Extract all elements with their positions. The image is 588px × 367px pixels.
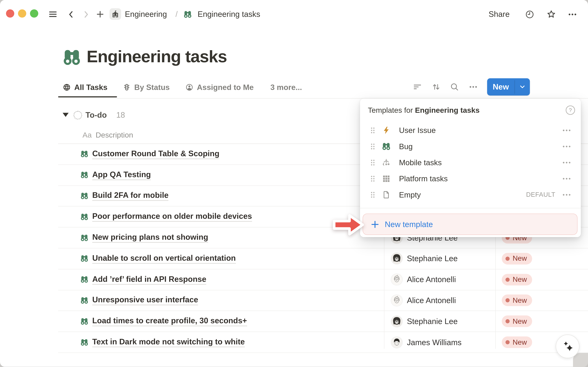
tab-by-status[interactable]: By Status <box>123 82 170 93</box>
task-title-link[interactable]: Text in Dark mode not switching to white <box>92 337 245 347</box>
column-header-description[interactable]: Description <box>95 131 133 139</box>
binoculars-icon <box>80 234 88 242</box>
column-type-icon: Aa <box>83 131 92 139</box>
status-badge[interactable]: New <box>502 274 532 285</box>
more-icon <box>469 83 478 92</box>
tab-assigned-to-me[interactable]: Assigned to Me <box>185 82 254 93</box>
table-row: Add ’ref’ field in API ResponseAlice Ant… <box>58 269 588 290</box>
search-button[interactable] <box>448 81 461 93</box>
task-title-cell[interactable]: Poor performance on older mobile devices <box>80 207 252 227</box>
new-template-button[interactable]: New template <box>363 214 577 235</box>
table-row: Text in Dark mode not switching to white… <box>58 332 588 353</box>
task-title-cell[interactable]: Unable to scroll on vertical orientation <box>80 249 236 269</box>
task-title-cell[interactable]: Build 2FA for mobile <box>80 186 169 206</box>
task-title-link[interactable]: Poor performance on older mobile devices <box>92 212 252 222</box>
page-title[interactable]: Engineering tasks <box>87 47 227 66</box>
avatar <box>391 274 402 285</box>
share-button[interactable]: Share <box>489 10 510 19</box>
view-options-button[interactable] <box>467 81 480 93</box>
topbar-more-button[interactable] <box>566 8 579 20</box>
avatar <box>391 337 402 348</box>
template-item-empty[interactable]: EmptyDEFAULT <box>360 187 581 203</box>
task-title-cell[interactable]: Add ’ref’ field in API Response <box>80 269 206 290</box>
tab-more-views[interactable]: 3 more... <box>270 82 302 93</box>
tab-all-tasks[interactable]: All Tasks <box>63 82 108 93</box>
updates-button[interactable] <box>523 8 536 20</box>
ai-assistant-button[interactable] <box>556 334 579 358</box>
assignee-cell[interactable]: Stephanie Lee <box>391 311 458 332</box>
filter-button[interactable] <box>411 81 424 93</box>
popup-title-bold: Engineering tasks <box>415 106 480 114</box>
popup-title-prefix: Templates for <box>368 106 415 114</box>
tab-label: All Tasks <box>74 83 108 92</box>
task-title-link[interactable]: Customer Round Table & Scoping <box>92 149 219 159</box>
task-title-link[interactable]: Add ’ref’ field in API Response <box>92 275 206 284</box>
status-badge[interactable]: New <box>502 316 532 327</box>
sidebar-menu-button[interactable] <box>47 8 59 20</box>
drag-handle-icon[interactable] <box>371 159 375 166</box>
template-item-mobile-tasks[interactable]: Mobile tasks <box>360 154 581 170</box>
assignee-cell[interactable]: Stephanie Lee <box>391 249 458 269</box>
traffic-light-minimize[interactable] <box>18 9 26 17</box>
drag-handle-icon[interactable] <box>371 143 375 150</box>
task-title-link[interactable]: App QA Testing <box>92 170 151 180</box>
task-title-cell[interactable]: New pricing plans not showing <box>80 227 208 248</box>
task-title-link[interactable]: Unresponsive user interface <box>92 295 198 306</box>
breadcrumb-page[interactable]: Engineering tasks <box>198 10 260 19</box>
task-title-cell[interactable]: Load times to create profile, 30 seconds… <box>80 311 247 332</box>
chevron-down-icon <box>519 83 526 90</box>
task-title-cell[interactable]: Unresponsive user interface <box>80 290 198 311</box>
item-more-icon[interactable] <box>562 129 571 132</box>
traffic-light-zoom[interactable] <box>30 9 38 17</box>
assignee-cell[interactable]: James Williams <box>391 332 461 352</box>
assignee-cell[interactable]: Alice Antonelli <box>391 290 456 311</box>
status-cell[interactable]: New <box>502 332 532 352</box>
favorite-button[interactable] <box>545 8 558 20</box>
page-icon-binoculars[interactable] <box>62 48 81 67</box>
help-icon[interactable] <box>565 105 575 115</box>
template-item-platform-tasks[interactable]: Platform tasks <box>360 170 581 186</box>
status-badge[interactable]: New <box>502 253 532 265</box>
new-page-button[interactable] <box>94 8 106 20</box>
avatar <box>391 295 402 306</box>
task-title-cell[interactable]: Text in Dark mode not switching to white <box>80 332 245 352</box>
item-more-icon[interactable] <box>562 145 571 148</box>
template-item-bug[interactable]: Bug <box>360 138 581 154</box>
new-entry-button[interactable]: New <box>487 78 530 96</box>
sort-button[interactable] <box>430 81 443 93</box>
task-title-cell[interactable]: App QA Testing <box>80 165 151 185</box>
task-title-link[interactable]: Unable to scroll on vertical orientation <box>92 254 236 264</box>
status-cell[interactable]: New <box>502 311 532 332</box>
nav-back-button[interactable] <box>64 8 77 20</box>
drag-handle-icon[interactable] <box>371 175 375 182</box>
status-badge[interactable]: New <box>502 336 532 348</box>
status-cell[interactable]: New <box>502 290 532 311</box>
task-title-link[interactable]: New pricing plans not showing <box>92 233 208 243</box>
sparkles-icon <box>560 339 575 354</box>
task-title-cell[interactable]: Customer Round Table & Scoping <box>80 144 219 164</box>
breadcrumb-workspace[interactable]: Engineering <box>125 10 167 19</box>
task-title-link[interactable]: Load times to create profile, 30 seconds… <box>92 316 247 326</box>
item-more-icon[interactable] <box>562 161 571 164</box>
binoculars-icon <box>80 213 88 221</box>
nav-forward-button[interactable] <box>79 8 92 20</box>
drag-handle-icon[interactable] <box>371 191 375 198</box>
teamspace-icon-chip[interactable] <box>110 8 121 20</box>
item-more-icon[interactable] <box>562 193 571 196</box>
new-entry-dropdown[interactable] <box>515 78 530 96</box>
task-title-link[interactable]: Build 2FA for mobile <box>92 191 169 201</box>
avatar <box>391 316 402 327</box>
crib-mobile-icon <box>382 158 391 167</box>
drag-handle-icon[interactable] <box>371 127 375 133</box>
traffic-light-close[interactable] <box>6 9 14 17</box>
status-badge[interactable]: New <box>502 295 532 306</box>
status-cell[interactable]: New <box>502 249 532 269</box>
assignee-cell[interactable]: Alice Antonelli <box>391 269 456 290</box>
group-name[interactable]: To-do <box>85 110 107 119</box>
building-icon <box>111 10 119 18</box>
status-cell[interactable]: New <box>502 269 532 290</box>
template-item-user-issue[interactable]: User Issue <box>360 122 581 138</box>
group-collapse-toggle[interactable] <box>63 113 68 117</box>
status-dot <box>505 340 510 344</box>
item-more-icon[interactable] <box>562 177 571 180</box>
